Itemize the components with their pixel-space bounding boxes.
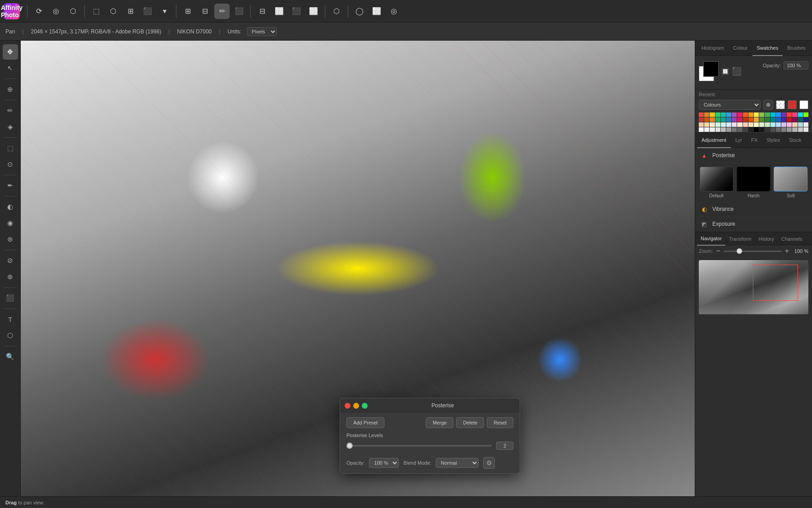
color-cell[interactable] — [787, 127, 792, 132]
color-cell[interactable] — [732, 127, 737, 132]
bg-quick-swatch[interactable] — [799, 100, 808, 109]
color-cell[interactable] — [781, 117, 786, 122]
color-cell[interactable] — [715, 122, 720, 127]
dialog-minimize-button[interactable] — [353, 403, 359, 409]
zoom-in-button[interactable]: + — [784, 247, 789, 255]
color-cell[interactable] — [792, 122, 797, 127]
tab-adjustment[interactable]: Adjustment — [697, 133, 731, 148]
heal-tool[interactable]: ⊕ — [3, 269, 18, 284]
color-cell[interactable] — [798, 117, 803, 122]
color-cell[interactable] — [699, 127, 704, 132]
zoom-tool[interactable]: 🔍 — [3, 349, 18, 364]
target-icon[interactable]: ◎ — [48, 4, 64, 19]
color-cell[interactable] — [737, 112, 742, 117]
color-cell[interactable] — [721, 112, 726, 117]
opacity-panel-input[interactable] — [784, 61, 808, 70]
color-cell[interactable] — [770, 127, 775, 132]
color-cell[interactable] — [726, 127, 731, 132]
color-cell[interactable] — [732, 112, 737, 117]
color-cell[interactable] — [798, 112, 803, 117]
eyedropper-icon[interactable]: 🔲 — [721, 68, 729, 75]
color-cell[interactable] — [770, 117, 775, 122]
tab-histogram[interactable]: Histogram — [697, 41, 729, 56]
color-cell[interactable] — [759, 117, 764, 122]
tab-fx[interactable]: FX — [747, 133, 762, 148]
preset-harsh[interactable]: Harsh — [736, 167, 771, 198]
color-cell[interactable] — [787, 117, 792, 122]
sync-icon[interactable]: ⟳ — [31, 4, 46, 19]
color-cell[interactable] — [721, 127, 726, 132]
color-cell[interactable] — [732, 117, 737, 122]
preset-default[interactable]: Default — [699, 167, 734, 198]
crop-icon[interactable]: ⊞ — [123, 4, 138, 19]
vignette-dropdown-icon[interactable]: ▾ — [157, 4, 172, 19]
vignette-icon[interactable]: ⬛ — [140, 4, 155, 19]
zoom-out-button[interactable]: − — [715, 247, 720, 255]
dropper-toolbar-icon[interactable]: ⬛ — [231, 4, 247, 19]
delete-button[interactable]: Delete — [456, 417, 484, 428]
levels-slider[interactable] — [346, 445, 492, 447]
color-cell[interactable] — [781, 122, 786, 127]
add-preset-button[interactable]: Add Preset — [346, 417, 384, 428]
color-cell[interactable] — [781, 127, 786, 132]
split-view-icon[interactable]: ⊟ — [197, 4, 212, 19]
colour-library-dropdown[interactable]: Colours Greys Skin Tones — [699, 100, 761, 110]
adjust-toolbar-icon[interactable]: ⊟ — [254, 4, 270, 19]
color-cell[interactable] — [715, 127, 720, 132]
color-cell[interactable] — [759, 122, 764, 127]
dialog-maximize-button[interactable] — [362, 403, 368, 409]
color-cell[interactable] — [803, 112, 808, 117]
marquee-ellipse-icon[interactable]: ⬡ — [106, 4, 121, 19]
tab-brushes[interactable]: Brushes — [783, 41, 810, 56]
blank-toolbar-icon[interactable]: ⬜ — [306, 4, 321, 19]
arrow-toolbar-icon[interactable]: ⬜ — [369, 4, 384, 19]
color-cell[interactable] — [759, 127, 764, 132]
color-cell[interactable] — [721, 117, 726, 122]
color-cell[interactable] — [781, 112, 786, 117]
color-cell[interactable] — [770, 112, 775, 117]
pen-tool[interactable]: ✒ — [3, 178, 18, 193]
color-cell[interactable] — [743, 117, 748, 122]
color-cell[interactable] — [748, 117, 753, 122]
crop-tool[interactable]: ⊕ — [3, 82, 18, 97]
color-cell[interactable] — [792, 127, 797, 132]
color-cell[interactable] — [787, 112, 792, 117]
color-cell[interactable] — [776, 112, 781, 117]
blend-settings-button[interactable]: ⚙ — [483, 457, 495, 469]
color-cell[interactable] — [803, 127, 808, 132]
bubble-icon[interactable]: ◯ — [352, 4, 367, 19]
color-cell[interactable] — [726, 122, 731, 127]
color-cell[interactable] — [699, 117, 704, 122]
color-cell[interactable] — [770, 122, 775, 127]
blend-mode-select[interactable]: Normal Multiply Screen Overlay Soft Ligh… — [436, 458, 479, 468]
dialog-close-button[interactable] — [345, 403, 351, 409]
color-cell[interactable] — [776, 127, 781, 132]
lasso-tool[interactable]: ⊙ — [3, 157, 18, 172]
tab-swatches[interactable]: Swatches — [752, 41, 783, 56]
opacity-select[interactable]: 100 % 75 % 50 % 25 % — [369, 458, 399, 468]
color-cell[interactable] — [699, 122, 704, 127]
units-select[interactable]: Pixels Inches cm — [247, 27, 277, 36]
levels-value[interactable] — [496, 442, 513, 450]
eyedropper-tool[interactable]: ⊘ — [3, 253, 18, 268]
color-cell[interactable] — [748, 112, 753, 117]
canvas-area[interactable]: Posterise Add Preset Merge Delete Reset … — [21, 41, 695, 496]
color-cell[interactable] — [737, 127, 742, 132]
checkerboard-swatch[interactable] — [776, 100, 785, 109]
color-cell[interactable] — [765, 127, 770, 132]
person-icon[interactable]: ◎ — [386, 4, 401, 19]
color-cell[interactable] — [798, 127, 803, 132]
color-cell[interactable] — [765, 112, 770, 117]
color-cell[interactable] — [776, 122, 781, 127]
color-cell[interactable] — [748, 127, 753, 132]
marquee-rect-icon[interactable]: ⬚ — [88, 4, 104, 19]
foreground-color-swatch[interactable] — [703, 61, 719, 77]
shapes-tool[interactable]: ⬡ — [3, 328, 18, 343]
color-cell[interactable] — [737, 122, 742, 127]
color-cell[interactable] — [704, 122, 709, 127]
tab-navigator[interactable]: Navigator — [697, 232, 725, 246]
tab-lyr[interactable]: Lyr — [731, 133, 747, 148]
stack-toolbar-icon[interactable]: ⬛ — [289, 4, 304, 19]
fill-tool[interactable]: ⬛ — [3, 290, 18, 306]
dodge-tool[interactable]: ◐ — [3, 199, 18, 214]
